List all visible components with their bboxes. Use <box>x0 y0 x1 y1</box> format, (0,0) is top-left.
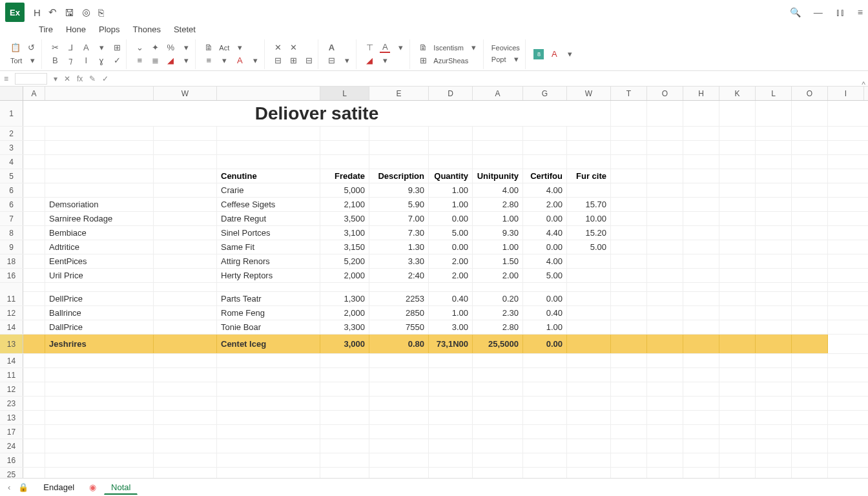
cell[interactable]: Fur cite <box>567 169 611 183</box>
cell[interactable] <box>320 425 369 439</box>
cell[interactable] <box>611 183 647 197</box>
indent-icon[interactable]: ⊟ <box>326 56 336 66</box>
cell[interactable]: 1.50 <box>473 254 523 268</box>
cell[interactable] <box>567 354 611 367</box>
cell[interactable]: 5.90 <box>369 198 429 211</box>
cell[interactable] <box>792 335 828 353</box>
cell[interactable] <box>523 141 567 154</box>
cell[interactable] <box>683 397 719 410</box>
cell[interactable] <box>683 198 719 211</box>
cell[interactable] <box>567 397 611 410</box>
column-header[interactable]: I <box>828 87 864 100</box>
cell[interactable] <box>567 411 611 424</box>
cell[interactable] <box>792 354 828 367</box>
cell[interactable] <box>647 127 683 140</box>
cell[interactable] <box>320 141 369 154</box>
cell[interactable] <box>792 397 828 410</box>
popt-label[interactable]: Popt <box>491 56 506 63</box>
cell[interactable]: 0.00 <box>523 240 567 254</box>
cell[interactable] <box>154 198 217 211</box>
chart-icon[interactable]: ⫿⫿ <box>836 7 845 17</box>
cell[interactable]: Tonie Boar <box>217 320 320 334</box>
title-cell[interactable]: Deliover satite <box>23 101 611 126</box>
cell[interactable]: DellPrice <box>45 292 154 305</box>
cell[interactable]: 3.30 <box>369 254 429 268</box>
cell[interactable] <box>647 183 683 197</box>
row-header[interactable]: 5 <box>0 169 23 183</box>
cell[interactable] <box>611 127 647 140</box>
fx-icon[interactable]: fx <box>77 74 83 83</box>
brush-icon[interactable]: ↺ <box>26 43 36 53</box>
row-header[interactable]: 6 <box>0 183 23 197</box>
cell[interactable] <box>683 254 719 268</box>
cell[interactable] <box>45 425 154 439</box>
row-header[interactable]: 6 <box>0 198 23 211</box>
cell[interactable] <box>217 397 320 410</box>
cell[interactable] <box>792 269 828 282</box>
cell[interactable] <box>154 354 217 367</box>
cell[interactable]: Bembiace <box>45 226 154 240</box>
cell[interactable] <box>611 226 647 240</box>
menu-item[interactable]: Plops <box>96 25 123 37</box>
cell[interactable] <box>792 198 828 211</box>
cell[interactable] <box>45 453 154 467</box>
cell[interactable] <box>756 269 792 282</box>
cell[interactable]: 15.20 <box>567 226 611 240</box>
cell[interactable] <box>154 335 217 353</box>
cell[interactable] <box>23 198 45 211</box>
cell[interactable]: Same Fit <box>217 240 320 254</box>
cell[interactable] <box>429 127 473 140</box>
cell[interactable] <box>473 411 523 424</box>
cell[interactable] <box>523 382 567 396</box>
strike-icon[interactable]: ⁊ <box>65 56 76 66</box>
cell[interactable]: 0.00 <box>523 335 567 353</box>
sheet-nav-icon[interactable]: ‹ <box>8 482 10 492</box>
cell[interactable]: 4.00 <box>523 183 567 197</box>
cell[interactable] <box>154 254 217 268</box>
cell[interactable] <box>429 411 473 424</box>
cell[interactable]: Ceffese Sigets <box>217 198 320 211</box>
cell[interactable] <box>154 226 217 240</box>
cell[interactable] <box>45 411 154 424</box>
cell[interactable] <box>23 155 45 169</box>
cell[interactable] <box>683 439 719 453</box>
dropdown-icon[interactable]: ▾ <box>27 56 37 66</box>
close-icon[interactable]: ✕ <box>273 43 283 53</box>
cell[interactable] <box>23 292 45 305</box>
cell[interactable] <box>792 240 828 254</box>
cell[interactable] <box>611 425 647 439</box>
cell[interactable]: 1.30 <box>369 240 429 254</box>
cell[interactable] <box>756 101 792 126</box>
cell[interactable] <box>429 397 473 410</box>
cell[interactable] <box>647 226 683 240</box>
cell[interactable]: 1.00 <box>473 212 523 225</box>
indent-icon[interactable]: ⊟ <box>304 56 314 66</box>
cell[interactable] <box>611 240 647 254</box>
cell[interactable] <box>756 141 792 154</box>
cell[interactable]: DallPrice <box>45 320 154 334</box>
cell[interactable] <box>647 425 683 439</box>
cell[interactable]: 25,5000 <box>473 335 523 353</box>
cell[interactable] <box>567 141 611 154</box>
cell[interactable] <box>792 254 828 268</box>
select-all-corner[interactable] <box>0 87 23 100</box>
cell[interactable] <box>792 101 828 126</box>
column-header[interactable]: L <box>756 87 792 100</box>
cell[interactable] <box>611 292 647 305</box>
cell[interactable] <box>647 354 683 367</box>
cell[interactable] <box>756 382 792 396</box>
cell[interactable] <box>23 240 45 254</box>
cell[interactable] <box>217 453 320 467</box>
cell[interactable] <box>719 335 756 353</box>
cell[interactable] <box>523 411 567 424</box>
outdent-icon[interactable]: ⊞ <box>288 56 298 66</box>
cell[interactable] <box>719 397 756 410</box>
app-icon[interactable]: Ex <box>5 3 25 22</box>
cell[interactable]: 5.00 <box>429 226 473 240</box>
column-header[interactable]: E <box>369 87 429 100</box>
row-header[interactable]: 23 <box>0 397 23 410</box>
cell[interactable] <box>154 155 217 169</box>
cell[interactable] <box>23 354 45 367</box>
cell[interactable]: 2,000 <box>320 269 369 282</box>
cell[interactable] <box>792 306 828 320</box>
